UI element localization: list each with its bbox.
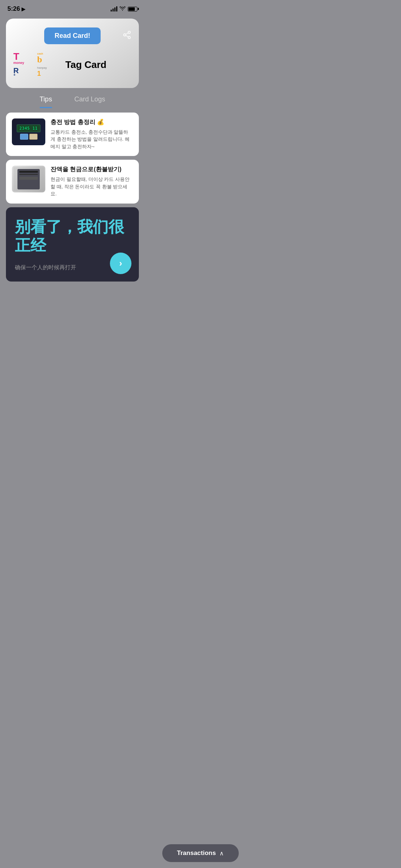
arrow-right-icon: › xyxy=(119,258,122,269)
status-icons xyxy=(111,6,137,12)
tmoney-logo: T money xyxy=(13,52,34,65)
signal-bars xyxy=(111,6,117,12)
battery-fill xyxy=(128,7,135,11)
share-button[interactable] xyxy=(123,30,131,42)
tmoney-text: money xyxy=(13,61,24,65)
tab-card-logs-label: Card Logs xyxy=(74,95,105,103)
tab-tips[interactable]: Tips xyxy=(40,95,52,108)
atm-slot-1 xyxy=(19,174,38,175)
promo-card: 别看了，我们很正经 确保一个人的时候再打开 › xyxy=(6,207,139,282)
tip-desc-1: 교통카드 충전소, 충전수단과 알뜰하게 충전하는 방법을 알려드립니다. 헤메… xyxy=(50,129,133,150)
atm-scene xyxy=(13,167,44,191)
railplus-plus: + xyxy=(13,73,16,77)
signal-bar-1 xyxy=(111,10,112,12)
signal-bar-4 xyxy=(116,6,117,12)
promo-arrow-button[interactable]: › xyxy=(110,253,131,274)
svg-line-4 xyxy=(126,33,128,34)
card-logos-row: T money cash b R + hanpay 1 Tag Card xyxy=(13,52,131,78)
tip-desc-2: 현금이 필요할때, 더이상 카드 사용안할 때, 작은 돈이라도 꼭 환불 받으… xyxy=(50,176,133,198)
tip-content-2: 잔액을 현금으로(환불받기) 현금이 필요할때, 더이상 카드 사용안할 때, … xyxy=(50,166,133,197)
tab-tips-label: Tips xyxy=(40,95,52,103)
status-bar: 5:26 ▶ xyxy=(0,0,145,16)
battery-icon xyxy=(128,7,137,12)
cashbee-b: b xyxy=(37,55,42,64)
signal-bar-2 xyxy=(113,9,114,12)
hanpay-logo: hanpay 1 xyxy=(37,66,58,78)
display-numbers: 2345 11 xyxy=(17,124,40,132)
hanpay-text: hanpay xyxy=(37,66,47,69)
tip-title-1: 충전 방법 총정리 💰 xyxy=(50,118,133,126)
cashbee-logo: cash b xyxy=(37,52,58,65)
tip-thumb-1-content: 2345 11 xyxy=(17,124,40,140)
atm-screen xyxy=(19,171,38,173)
main-card: Read Card! T money cash b xyxy=(6,19,139,88)
tip-thumbnail-1: 2345 11 xyxy=(12,118,45,145)
tabs-container: Tips Card Logs xyxy=(0,88,145,108)
time-display: 5:26 xyxy=(7,5,20,13)
card-top-row: Read Card! xyxy=(13,27,131,44)
tip-title-2: 잔액을 현금으로(환불받기) xyxy=(50,166,133,173)
promo-title: 别看了，我们很正经 xyxy=(15,218,130,255)
atm-machine xyxy=(17,169,40,189)
promo-subtitle: 确保一个人的时候再打开 xyxy=(15,264,76,271)
railplus-logo: R + xyxy=(13,66,34,78)
signal-bar-3 xyxy=(114,7,115,12)
status-time: 5:26 ▶ xyxy=(7,5,25,13)
tab-card-logs[interactable]: Card Logs xyxy=(74,95,105,108)
location-icon: ▶ xyxy=(22,6,25,12)
svg-line-3 xyxy=(126,35,128,37)
content-area: 2345 11 충전 방법 총정리 💰 교통카드 충전소, 충전수단과 알뜰하게… xyxy=(0,108,145,286)
card-blue xyxy=(20,134,28,140)
tag-card-title: Tag Card xyxy=(65,59,107,71)
tmoney-t-letter: T xyxy=(13,52,19,61)
logos-grid: T money cash b R + hanpay 1 xyxy=(13,52,58,78)
read-card-button[interactable]: Read Card! xyxy=(44,27,101,44)
card-tan xyxy=(29,134,38,140)
tip-card-2[interactable]: 잔액을 현금으로(환불받기) 현금이 필요할때, 더이상 카드 사용안할 때, … xyxy=(6,160,139,203)
atm-slot-2 xyxy=(19,177,38,180)
card-icons xyxy=(20,134,38,140)
tip-content-1: 충전 방법 총정리 💰 교통카드 충전소, 충전수단과 알뜰하게 충전하는 방법… xyxy=(50,118,133,150)
tip-card-1[interactable]: 2345 11 충전 방법 총정리 💰 교통카드 충전소, 충전수단과 알뜰하게… xyxy=(6,113,139,156)
tip-thumbnail-2 xyxy=(12,166,45,192)
hanpay-num: 1 xyxy=(37,70,41,78)
wifi-icon xyxy=(120,6,125,12)
